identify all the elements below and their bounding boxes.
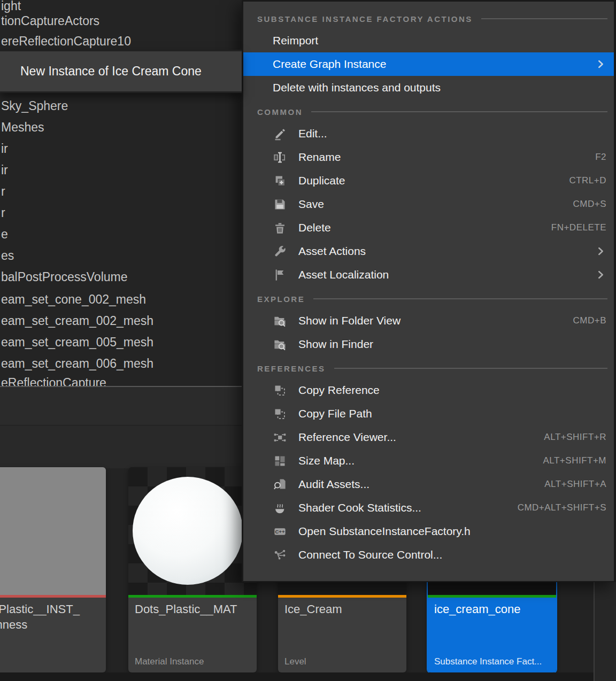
menu-item-create-graph-instance[interactable]: Create Graph Instance	[243, 52, 614, 76]
menu-section-items: Show in Folder View CMD+B Show in Finder	[243, 309, 614, 356]
material-sphere-preview	[133, 477, 243, 585]
menu-section: REFERENCES Copy Reference Copy File Path…	[243, 359, 614, 567]
menu-section: EXPLORE Show in Folder View CMD+B Show i…	[243, 290, 614, 356]
menu-item-audit-assets[interactable]: Audit Assets... ALT+SHIFT+A	[243, 473, 614, 496]
menu-section-title: REFERENCES	[257, 364, 326, 373]
panel-splitter[interactable]	[594, 582, 595, 681]
menu-item-size-map[interactable]: Size Map... ALT+SHIFT+M	[243, 449, 614, 473]
menu-item-save[interactable]: Save CMD+S	[243, 192, 614, 216]
duplicate-icon	[273, 174, 287, 188]
outliner-row-eam-set-cream-002-mesh[interactable]: eam_set_cream_002_mesh	[1, 313, 153, 329]
outliner-row-eam-set-cream-005-mesh[interactable]: eam_set_cream_005_mesh	[1, 334, 153, 350]
section-divider-line	[334, 368, 607, 369]
chevron-right-icon	[595, 58, 606, 70]
outliner-row-ereflectioncapture[interactable]: eReflectionCapture	[1, 375, 106, 386]
menu-item-copy-file-path[interactable]: Copy File Path	[243, 402, 614, 425]
source-control-icon	[273, 548, 287, 562]
size-map-icon	[273, 454, 287, 468]
menu-item-copy-reference[interactable]: Copy Reference	[243, 378, 614, 402]
menu-section-items: Edit... Rename F2 Duplicate CTRL+D Save …	[243, 122, 614, 287]
content-browser-bottom-strip	[0, 672, 616, 681]
trash-icon	[273, 221, 287, 235]
asset-type-label: Substance Instance Fact...	[434, 656, 542, 667]
asset-context-menu: SUBSTANCE INSTANCE FACTORY ACTIONS Reimp…	[242, 0, 616, 582]
asset-thumbnail	[0, 467, 106, 595]
cpp-file-icon: C++	[273, 524, 287, 539]
menu-item-delete-with-instances-and-outputs[interactable]: Delete with instances and outputs	[243, 76, 614, 99]
wrench-icon	[273, 244, 287, 259]
menu-section-title: COMMON	[257, 107, 303, 117]
outliner-row-balpostprocessvolume[interactable]: balPostProcessVolume	[1, 269, 128, 285]
menu-section-title: EXPLORE	[257, 295, 305, 304]
outliner-row-eam-set-cone-002-mesh[interactable]: eam_set_cone_002_mesh	[1, 291, 146, 307]
menu-section-items: Copy Reference Copy File Path Reference …	[243, 378, 614, 567]
outliner-row-sky-sphere[interactable]: Sky_Sphere	[1, 98, 68, 114]
section-divider-line	[313, 298, 607, 299]
menu-item-shader-cook-statistics[interactable]: Shader Cook Statistics... CMD+ALT+SHIFT+…	[243, 496, 614, 520]
svg-text:C++: C++	[275, 529, 284, 535]
copy-icon	[273, 383, 287, 398]
menu-item-show-in-finder[interactable]: Show in Finder	[243, 332, 614, 356]
outliner-row-ight[interactable]: ight	[1, 0, 21, 14]
menu-item-shortcut: ALT+SHIFT+M	[543, 455, 606, 466]
rename-icon	[273, 150, 287, 165]
asset-label-area: Ice_Cream Level	[278, 598, 406, 672]
menu-item-asset-actions[interactable]: Asset Actions	[243, 239, 614, 263]
outliner-row-tioncaptureactors[interactable]: tionCaptureActors	[1, 13, 99, 29]
asset-label-area: ts_Plastic__INST_ ughness ture	[0, 598, 106, 672]
menu-item-shortcut: F2	[595, 152, 606, 162]
asset-name: ts_Plastic__INST_ ughness	[0, 602, 99, 632]
folder-search-icon	[273, 337, 287, 352]
menu-item-shortcut: FN+DELETE	[551, 222, 606, 233]
outliner-row-ir[interactable]: ir	[1, 162, 8, 178]
pencil-icon	[273, 127, 287, 141]
menu-item-open-substanceinstancefactory-h[interactable]: C++ Open SubstanceInstanceFactory.h	[243, 520, 614, 543]
menu-section-header: COMMON	[257, 103, 607, 121]
asset-name: Dots_Plastic__MAT	[135, 602, 250, 617]
audit-icon	[273, 477, 287, 492]
panel-divider	[0, 386, 242, 387]
menu-item-shortcut: CMD+B	[573, 315, 606, 326]
asset-name: ice_cream_cone	[434, 602, 550, 617]
menu-item-shortcut: CMD+S	[573, 199, 606, 210]
copy-icon	[273, 407, 287, 421]
steam-cup-icon	[273, 501, 287, 515]
menu-section-header: EXPLORE	[257, 290, 607, 308]
create-graph-instance-submenu[interactable]: New Instance of Ice Cream Cone	[0, 50, 242, 93]
outliner-row-ir[interactable]: ir	[1, 141, 8, 157]
asset-label-area: Dots_Plastic__MAT Material Instance	[128, 598, 257, 672]
menu-item-shortcut: CMD+ALT+SHIFT+S	[518, 502, 606, 513]
outliner-row-r[interactable]: r	[1, 205, 5, 221]
menu-item-reference-viewer[interactable]: Reference Viewer... ALT+SHIFT+R	[243, 425, 614, 449]
outliner-row-e[interactable]: e	[1, 226, 8, 242]
menu-item-show-in-folder-view[interactable]: Show in Folder View CMD+B	[243, 309, 614, 332]
menu-item-asset-localization[interactable]: Asset Localization	[243, 263, 614, 287]
folder-search-icon	[273, 314, 287, 328]
menu-section: SUBSTANCE INSTANCE FACTORY ACTIONS Reimp…	[243, 10, 614, 99]
outliner-row-r[interactable]: r	[1, 183, 5, 199]
asset-thumbnail	[128, 467, 257, 595]
menu-item-delete[interactable]: Delete FN+DELETE	[243, 216, 614, 239]
menu-item-reimport[interactable]: Reimport	[243, 29, 614, 52]
menu-item-rename[interactable]: Rename F2	[243, 145, 614, 169]
save-icon	[273, 197, 287, 212]
content-browser-right-gutter	[595, 582, 616, 681]
menu-section-items: Reimport Create Graph Instance Delete wi…	[243, 29, 614, 99]
outliner-row-eam-set-cream-006-mesh[interactable]: eam_set_cream_006_mesh	[1, 355, 153, 372]
reference-graph-icon	[273, 430, 287, 445]
asset-type-label: Material Instance	[135, 656, 204, 667]
menu-item-connect-to-source-control[interactable]: Connect To Source Control...	[243, 543, 614, 567]
menu-item-duplicate[interactable]: Duplicate CTRL+D	[243, 169, 614, 192]
outliner-row-meshes[interactable]: Meshes	[1, 119, 44, 135]
asset-tile-dots-plastic-mat[interactable]: Dots_Plastic__MAT Material Instance	[128, 467, 257, 672]
asset-tile-dots-plastic-inst-roughness[interactable]: ts_Plastic__INST_ ughness ture	[0, 467, 106, 672]
chevron-right-icon	[595, 269, 606, 281]
section-divider-line	[481, 18, 607, 19]
flag-icon	[273, 268, 287, 282]
menu-item-shortcut: CTRL+D	[569, 175, 606, 186]
menu-item-edit[interactable]: Edit...	[243, 122, 614, 145]
submenu-item-new-instance[interactable]: New Instance of Ice Cream Cone	[20, 64, 202, 79]
outliner-row-es[interactable]: es	[1, 247, 14, 264]
asset-name: Ice_Cream	[284, 602, 400, 617]
outliner-row-erereflectioncapture10[interactable]: ereReflectionCapture10	[1, 33, 131, 49]
